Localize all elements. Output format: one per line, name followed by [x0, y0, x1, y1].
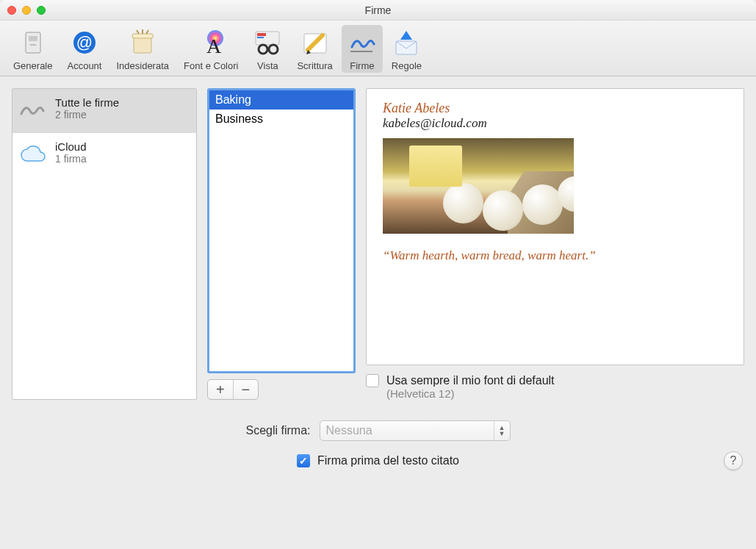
accounts-item-title: Tutte le firme	[55, 96, 119, 109]
default-font-detail: (Helvetica 12)	[386, 387, 555, 400]
choose-signature-select[interactable]: Nessuna ▲▼	[320, 420, 511, 441]
general-icon	[18, 28, 48, 57]
tab-viewing-label: Vista	[257, 60, 278, 71]
svg-point-12	[259, 45, 267, 54]
svg-rect-11	[257, 37, 264, 38]
help-icon: ?	[730, 454, 737, 467]
place-above-quoted-label: Firma prima del testo citato	[317, 454, 459, 467]
close-window-button[interactable]	[7, 6, 16, 15]
tab-fonts-colors-label: Font e Colori	[184, 60, 238, 71]
at-icon: @	[70, 28, 99, 57]
signatures-column: Baking Business + −	[207, 88, 356, 400]
svg-text:@: @	[76, 33, 93, 51]
accounts-item-text: iCloud 1 firma	[55, 140, 87, 165]
svg-text:A: A	[206, 35, 222, 57]
fonts-icon: A	[196, 28, 226, 57]
preview-image	[383, 138, 574, 234]
tab-composing[interactable]: Scrittura	[291, 25, 338, 73]
remove-signature-button[interactable]: −	[233, 380, 259, 399]
preview-email: kabeles@icloud.com	[383, 116, 727, 131]
tab-signatures-label: Firme	[350, 60, 374, 71]
signature-item-baking[interactable]: Baking	[209, 90, 353, 110]
tab-rules[interactable]: Regole	[386, 25, 428, 73]
icloud-icon	[18, 140, 48, 170]
tab-accounts-label: Account	[67, 60, 101, 71]
titlebar: Firme	[0, 0, 756, 21]
default-font-label: Usa sempre il mio font di default	[386, 374, 555, 387]
tab-fonts-colors[interactable]: A Font e Colori	[178, 25, 244, 73]
choose-signature-row: Scegli firma: Nessuna ▲▼	[245, 420, 510, 441]
help-button[interactable]: ?	[724, 451, 743, 470]
footer: Scegli firma: Nessuna ▲▼ ✓ Firma prima d…	[0, 400, 756, 484]
compose-icon	[300, 28, 330, 57]
place-above-quoted-checkbox[interactable]: ✓	[297, 454, 310, 467]
svg-rect-10	[257, 33, 266, 36]
rules-icon	[392, 28, 421, 57]
accounts-item-icloud[interactable]: iCloud 1 firma	[12, 133, 196, 177]
tab-signatures[interactable]: Firme	[342, 25, 383, 73]
preview-name: Katie Abeles	[383, 101, 727, 116]
zoom-window-button[interactable]	[37, 6, 46, 15]
signature-item-business[interactable]: Business	[209, 110, 353, 129]
svg-rect-1	[29, 36, 37, 41]
tab-rules-label: Regole	[392, 60, 422, 71]
minimize-window-button[interactable]	[22, 6, 31, 15]
traffic-lights	[7, 6, 46, 15]
accounts-item-title: iCloud	[55, 140, 87, 153]
signatures-add-remove: + −	[207, 379, 259, 400]
tab-accounts[interactable]: @ Account	[61, 25, 107, 73]
default-font-checkbox[interactable]	[366, 374, 379, 387]
signature-icon	[18, 96, 48, 126]
default-font-row: Usa sempre il mio font di default (Helve…	[366, 374, 744, 400]
choose-signature-value: Nessuna	[326, 424, 372, 437]
add-signature-button[interactable]: +	[208, 380, 233, 399]
signature-preview[interactable]: Katie Abeles kabeles@icloud.com “Warm he…	[366, 88, 744, 365]
window-title: Firme	[365, 4, 392, 16]
junk-icon	[128, 28, 157, 57]
tab-viewing[interactable]: Vista	[247, 25, 288, 73]
select-stepper-icon: ▲▼	[494, 421, 510, 440]
signatures-content: Tutte le firme 2 firme iCloud 1 firma Ba…	[0, 76, 756, 400]
tab-general[interactable]: Generale	[7, 25, 58, 73]
tab-composing-label: Scrittura	[297, 60, 332, 71]
accounts-item-all-signatures[interactable]: Tutte le firme 2 firme	[12, 89, 196, 133]
accounts-item-subtitle: 1 firma	[55, 153, 87, 165]
view-icon	[253, 28, 282, 57]
place-above-quoted-row: ✓ Firma prima del testo citato	[297, 454, 459, 467]
svg-rect-6	[132, 34, 153, 38]
preferences-toolbar: Generale @ Account Indesiderata A Font e…	[0, 21, 756, 76]
tab-junk[interactable]: Indesiderata	[110, 25, 175, 73]
svg-rect-2	[30, 44, 36, 46]
accounts-item-text: Tutte le firme 2 firme	[55, 96, 119, 121]
tab-junk-label: Indesiderata	[116, 60, 169, 71]
svg-point-13	[269, 45, 278, 54]
signatures-preferences-window: Firme Generale @ Account Indesiderata A	[0, 0, 756, 549]
svg-rect-5	[134, 37, 151, 53]
tab-general-label: Generale	[13, 60, 52, 71]
signature-icon	[348, 28, 377, 57]
accounts-list: Tutte le firme 2 firme iCloud 1 firma	[12, 88, 197, 400]
preview-column: Katie Abeles kabeles@icloud.com “Warm he…	[366, 88, 744, 400]
svg-rect-0	[26, 32, 40, 53]
signatures-list[interactable]: Baking Business	[207, 88, 356, 373]
accounts-item-subtitle: 2 firme	[55, 109, 119, 121]
choose-signature-label: Scegli firma:	[245, 424, 310, 437]
preview-quote: “Warm hearth, warm bread, warm heart.”	[383, 248, 727, 263]
